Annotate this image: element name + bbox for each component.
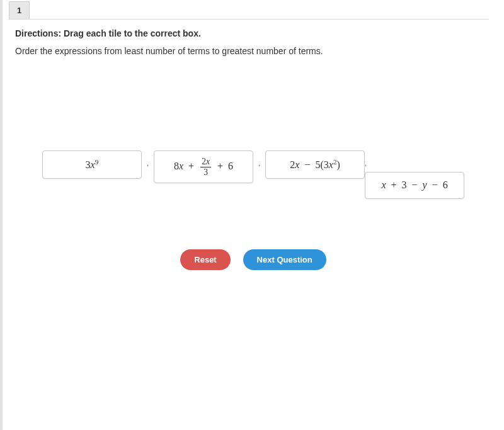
next-question-button[interactable]: Next Question [243,249,326,270]
directions-text: Directions: Drag each tile to the correc… [15,28,491,38]
question-content: Directions: Drag each tile to the correc… [3,28,504,270]
question-page: 1 Directions: Drag each tile to the corr… [0,0,504,430]
tiles-row: 3x9 , 8x + 2x3 + 6 , 2x − 5(3x2) , x + 3… [15,150,491,199]
prompt-text: Order the expressions from least number … [15,46,491,56]
button-row: Reset Next Question [15,249,491,270]
question-number-bar: 1 [9,0,489,20]
question-number-tab[interactable]: 1 [9,1,30,19]
separator: , [253,150,265,167]
separator: , [365,150,372,172]
expression-tile[interactable]: x + 3 − y − 6 [365,172,464,199]
reset-button[interactable]: Reset [180,249,230,270]
expression-tile[interactable]: 3x9 [42,150,142,179]
separator: , [142,150,154,167]
expression-tile[interactable]: 8x + 2x3 + 6 [154,150,253,183]
expression-tile[interactable]: 2x − 5(3x2) [265,150,365,179]
tile-4-column: , x + 3 − y − 6 [365,150,464,199]
